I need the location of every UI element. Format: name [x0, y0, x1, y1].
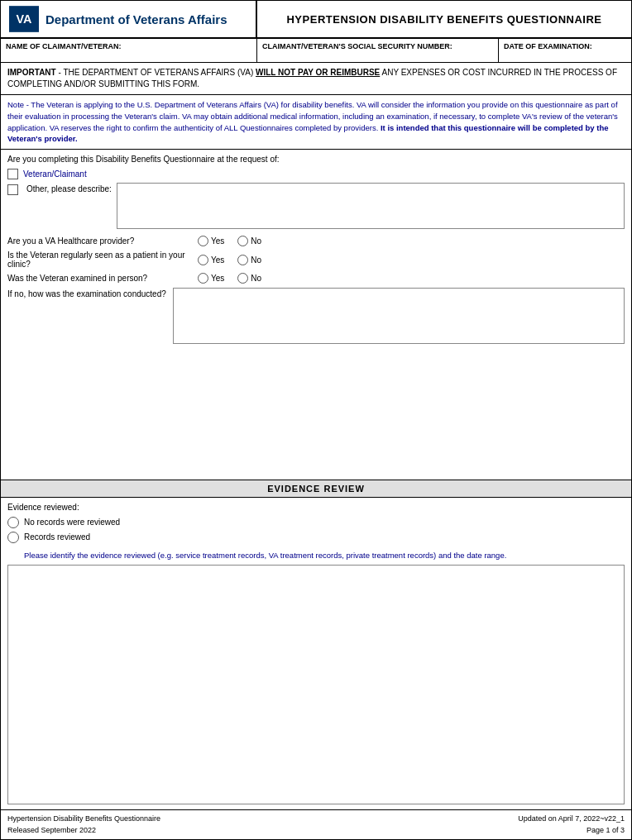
examined-in-person-yes-option[interactable]: Yes — [198, 273, 224, 284]
regularly-seen-yes-radio[interactable] — [198, 255, 208, 265]
footer-left: Hypertension Disability Benefits Questio… — [7, 814, 160, 836]
va-healthcare-yes-option[interactable]: Yes — [198, 236, 224, 246]
evidence-identify-text: Please identify the evidence reviewed (e… — [24, 550, 625, 561]
ifno-row: If no, how was the examination conducted… — [7, 288, 625, 344]
svg-text:VA: VA — [17, 12, 33, 26]
va-healthcare-yes-radio[interactable] — [198, 236, 208, 246]
no-records-label: No records were reviewed — [24, 518, 120, 527]
footer-form-name: Hypertension Disability Benefits Questio… — [7, 814, 160, 825]
regularly-seen-question: Is the Veteran regularly seen as a patie… — [7, 251, 189, 269]
regularly-seen-yes-option[interactable]: Yes — [198, 255, 224, 265]
other-checkbox-row: Other, please describe: — [7, 183, 625, 229]
va-healthcare-radio-group: Yes No — [198, 236, 271, 246]
footer-right: Updated on April 7, 2022~v22_1 Page 1 of… — [518, 814, 625, 836]
examined-in-person-no-label: No — [251, 274, 261, 283]
veteran-checkbox-label: Veteran/Claimant — [23, 169, 87, 179]
ifno-label: If no, how was the examination conducted… — [7, 288, 173, 298]
note-section: Note - The Veteran is applying to the U.… — [1, 95, 631, 150]
examined-in-person-yes-radio[interactable] — [198, 273, 208, 284]
regularly-seen-row: Is the Veteran regularly seen as a patie… — [7, 251, 625, 269]
claimant-ssn-cell: CLAIMANT/VETERAN'S SOCIAL SECURITY NUMBE… — [257, 39, 499, 62]
evidence-review-header: EVIDENCE REVIEW — [1, 480, 631, 498]
regularly-seen-no-option[interactable]: No — [237, 255, 261, 265]
va-healthcare-yes-label: Yes — [211, 236, 224, 246]
other-describe-input[interactable] — [117, 183, 625, 229]
other-checkbox[interactable] — [7, 184, 18, 195]
regularly-seen-yes-label: Yes — [211, 255, 224, 265]
completing-question-text: Are you completing this Disability Benef… — [7, 155, 625, 164]
ifno-textarea[interactable] — [173, 288, 625, 344]
va-healthcare-no-label: No — [251, 236, 261, 246]
evidence-section: Evidence reviewed: No records were revie… — [1, 498, 631, 809]
no-records-radio[interactable] — [7, 517, 19, 528]
va-healthcare-no-option[interactable]: No — [237, 236, 261, 246]
va-healthcare-row: Are you a VA Healthcare provider? Yes No — [7, 236, 625, 246]
va-healthcare-question: Are you a VA Healthcare provider? — [7, 236, 189, 246]
claimant-row: NAME OF CLAIMANT/VETERAN: CLAIMANT/VETER… — [1, 39, 631, 63]
header-right: HYPERTENSION DISABILITY BENEFITS QUESTIO… — [257, 1, 631, 37]
footer-page: Page 1 of 3 — [518, 825, 625, 837]
va-logo-icon: VA — [9, 6, 39, 32]
evidence-review-title: EVIDENCE REVIEW — [267, 484, 365, 494]
page: VA Department of Veterans Affairs HYPERT… — [0, 0, 632, 840]
body-content: Are you completing this Disability Benef… — [1, 150, 631, 480]
examined-in-person-yes-label: Yes — [211, 274, 224, 283]
claimant-ssn-label: CLAIMANT/VETERAN'S SOCIAL SECURITY NUMBE… — [262, 42, 452, 50]
important-label: IMPORTANT — [7, 68, 56, 77]
evidence-textarea[interactable] — [7, 565, 625, 804]
records-reviewed-label: Records reviewed — [24, 532, 90, 542]
other-checkbox-label: Other, please describe: — [26, 183, 112, 193]
examined-in-person-radio-group: Yes No — [198, 273, 271, 284]
records-reviewed-radio[interactable] — [7, 532, 19, 543]
veteran-checkbox-row[interactable]: Veteran/Claimant — [7, 169, 625, 179]
claimant-date-label: DATE OF EXAMINATION: — [504, 42, 592, 50]
form-title: HYPERTENSION DISABILITY BENEFITS QUESTIO… — [286, 13, 601, 26]
dept-name: Department of Veterans Affairs — [45, 12, 227, 26]
important-bold-text: WILL NOT PAY OR REIMBURSE — [256, 68, 380, 77]
important-notice: IMPORTANT - THE DEPARTMENT OF VETERANS A… — [1, 63, 631, 95]
records-reviewed-row[interactable]: Records reviewed — [7, 532, 625, 543]
claimant-date-cell: DATE OF EXAMINATION: — [499, 39, 631, 62]
regularly-seen-no-radio[interactable] — [237, 255, 248, 265]
important-text-1: - THE DEPARTMENT OF VETERANS AFFAIRS (VA… — [58, 68, 256, 77]
examined-in-person-row: Was the Veteran examined in person? Yes … — [7, 273, 625, 284]
claimant-name-label: NAME OF CLAIMANT/VETERAN: — [6, 42, 122, 50]
examined-in-person-question: Was the Veteran examined in person? — [7, 274, 189, 283]
examined-in-person-no-radio[interactable] — [237, 273, 248, 284]
footer-updated: Updated on April 7, 2022~v22_1 — [518, 814, 625, 825]
footer: Hypertension Disability Benefits Questio… — [1, 809, 631, 839]
header-left: VA Department of Veterans Affairs — [1, 1, 257, 37]
examined-in-person-no-option[interactable]: No — [237, 273, 261, 284]
no-records-row[interactable]: No records were reviewed — [7, 517, 625, 528]
completing-question-section: Are you completing this Disability Benef… — [7, 155, 625, 229]
evidence-reviewed-label: Evidence reviewed: — [7, 503, 625, 512]
regularly-seen-radio-group: Yes No — [198, 255, 271, 265]
claimant-name-cell: NAME OF CLAIMANT/VETERAN: — [1, 39, 257, 62]
regularly-seen-no-label: No — [251, 255, 261, 265]
va-healthcare-no-radio[interactable] — [237, 236, 248, 246]
footer-released: Released September 2022 — [7, 825, 160, 837]
header: VA Department of Veterans Affairs HYPERT… — [1, 1, 631, 39]
veteran-checkbox[interactable] — [7, 169, 18, 179]
